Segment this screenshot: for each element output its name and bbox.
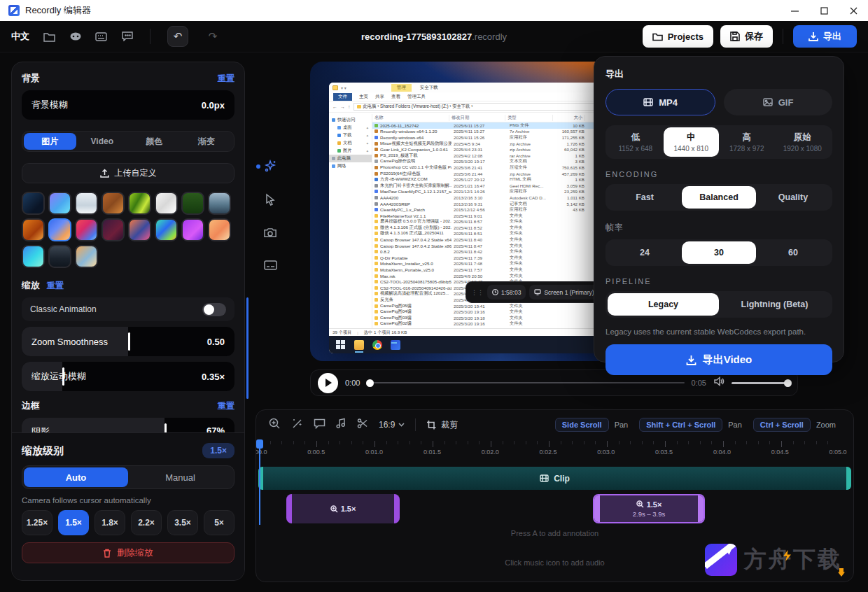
camera-tool-button[interactable] bbox=[263, 225, 277, 239]
explorer-ribbon-tab[interactable]: 主页 bbox=[359, 94, 368, 100]
minimize-button[interactable] bbox=[780, 0, 809, 21]
wallpaper-thumbnail[interactable] bbox=[181, 218, 204, 241]
wallpaper-thumbnail[interactable] bbox=[128, 218, 151, 241]
music-icon[interactable] bbox=[336, 418, 346, 432]
seek-handle[interactable] bbox=[366, 379, 374, 387]
background-type-tab[interactable]: Video bbox=[76, 133, 129, 150]
zoom-preset-button[interactable]: 1.5× bbox=[58, 510, 89, 535]
export-button[interactable]: 导出 bbox=[793, 25, 857, 48]
wallpaper-thumbnail[interactable] bbox=[75, 245, 98, 268]
classic-animation-toggle[interactable] bbox=[202, 303, 226, 316]
crop-button[interactable]: 裁剪 bbox=[426, 419, 458, 431]
framerate-option[interactable]: 30 bbox=[682, 241, 756, 264]
volume-icon[interactable] bbox=[713, 376, 724, 389]
wallpaper-thumbnail[interactable] bbox=[48, 192, 71, 215]
background-type-tab[interactable]: 图片 bbox=[24, 133, 76, 150]
encoding-option[interactable]: Quality bbox=[756, 186, 830, 209]
discord-icon[interactable] bbox=[69, 31, 81, 43]
folder-icon[interactable] bbox=[43, 31, 55, 43]
timeline-playhead[interactable] bbox=[259, 442, 260, 525]
wallpaper-thumbnail[interactable] bbox=[48, 218, 71, 241]
settings-panel-scrollbar[interactable] bbox=[246, 297, 248, 399]
cursor-tool-button[interactable] bbox=[263, 192, 277, 206]
zoom-mode-tab[interactable]: Manual bbox=[128, 467, 232, 487]
wallpaper-thumbnail[interactable] bbox=[155, 192, 178, 215]
undo-button[interactable]: ↶ bbox=[167, 26, 188, 47]
pipeline-option[interactable]: Legacy bbox=[608, 293, 719, 316]
volume-handle[interactable] bbox=[784, 379, 792, 387]
language-button[interactable]: 中文 bbox=[11, 30, 29, 43]
format-mp4-button[interactable]: MP4 bbox=[606, 89, 715, 115]
wallpaper-thumbnail[interactable] bbox=[208, 218, 231, 241]
zoom-preset-button[interactable]: 1.25× bbox=[22, 510, 52, 535]
captions-tool-button[interactable] bbox=[263, 258, 277, 272]
wallpaper-thumbnail[interactable] bbox=[48, 245, 71, 268]
screen-selector[interactable]: Screen 1 (Primary) ▾ bbox=[529, 285, 603, 299]
recordly-icon[interactable] bbox=[391, 340, 400, 350]
background-reset-link[interactable]: 重置 bbox=[218, 73, 234, 85]
wand-icon[interactable] bbox=[291, 418, 303, 432]
explorer-ribbon-tab[interactable]: 共享 bbox=[375, 94, 384, 100]
clip-right-handle[interactable] bbox=[846, 467, 851, 490]
redo-button[interactable]: ↷ bbox=[202, 26, 223, 47]
explorer-sidebar-item[interactable]: 文档 ✦ bbox=[329, 139, 372, 147]
clip-track[interactable]: Clip bbox=[258, 467, 851, 490]
explorer-manage-tab[interactable]: 管理 bbox=[391, 84, 412, 92]
chat-icon[interactable] bbox=[121, 31, 133, 43]
wallpaper-thumbnail[interactable] bbox=[155, 218, 178, 241]
resolution-option[interactable]: 中 1440 x 810 bbox=[664, 127, 720, 157]
back-icon[interactable]: ← bbox=[332, 104, 337, 109]
scissors-icon[interactable] bbox=[357, 418, 368, 432]
wallpaper-thumbnail[interactable] bbox=[75, 218, 98, 241]
zoom-smoothness-slider[interactable]: Zoom Smoothness 0.50 bbox=[22, 327, 234, 356]
seek-bar[interactable] bbox=[367, 382, 684, 383]
column-type[interactable]: 类型 bbox=[505, 115, 553, 121]
column-name[interactable]: 名称 bbox=[372, 115, 449, 121]
zoom-marker-left-handle[interactable] bbox=[286, 494, 292, 523]
zoom-preset-button[interactable]: 1.8× bbox=[94, 510, 125, 535]
timeline-ruler[interactable]: 0:00.00:00.50:01.00:01.50:02.00:02.50:03… bbox=[258, 441, 839, 459]
wallpaper-thumbnail[interactable] bbox=[22, 245, 45, 268]
background-blur-slider[interactable]: 背景模糊 0.0px bbox=[22, 90, 234, 120]
zoom-reset-link[interactable]: 重置 bbox=[47, 280, 64, 292]
wallpaper-thumbnail[interactable] bbox=[22, 192, 45, 215]
explorer-ribbon-tab[interactable]: 查看 bbox=[391, 94, 400, 100]
save-button[interactable]: 保存 bbox=[720, 25, 773, 48]
volume-slider[interactable] bbox=[732, 382, 790, 384]
explorer-sidebar-item[interactable]: 网络 bbox=[329, 162, 372, 170]
wallpaper-thumbnail[interactable] bbox=[102, 192, 125, 215]
wallpaper-thumbnail[interactable] bbox=[181, 192, 204, 215]
zoom-in-icon[interactable] bbox=[269, 418, 281, 432]
zoom-marker[interactable]: 1.5× bbox=[286, 494, 400, 523]
explorer-icon[interactable] bbox=[354, 340, 364, 350]
encoding-option[interactable]: Balanced bbox=[682, 186, 756, 209]
projects-button[interactable]: Projects bbox=[643, 25, 713, 48]
explorer-sidebar-item[interactable]: 桌面 ✦ bbox=[329, 124, 372, 132]
zoom-marker-right-handle[interactable] bbox=[698, 495, 704, 522]
background-type-tab[interactable]: 颜色 bbox=[128, 133, 181, 150]
encoding-option[interactable]: Fast bbox=[608, 186, 682, 209]
zoom-marker-left-handle[interactable] bbox=[594, 495, 600, 522]
wallpaper-thumbnail[interactable] bbox=[75, 192, 98, 215]
framerate-option[interactable]: 60 bbox=[756, 241, 830, 264]
wallpaper-thumbnail[interactable] bbox=[22, 218, 45, 241]
pipeline-option[interactable]: Lightning (Beta) bbox=[719, 293, 830, 316]
drag-handle-icon[interactable]: ⋮⋮ bbox=[471, 289, 484, 296]
forward-icon[interactable]: → bbox=[340, 104, 345, 109]
zoom-motion-blur-slider[interactable]: 缩放运动模糊 0.35× bbox=[22, 362, 234, 391]
explorer-file-tab[interactable]: 文件 bbox=[333, 93, 352, 101]
wallpaper-thumbnail[interactable] bbox=[128, 192, 151, 215]
wallpaper-thumbnail[interactable] bbox=[102, 218, 125, 241]
slider-handle[interactable] bbox=[128, 332, 130, 351]
zoom-marker[interactable]: 1.5× 2.9s – 3.9s bbox=[593, 494, 705, 523]
keyboard-icon[interactable] bbox=[95, 31, 107, 43]
wallpaper-thumbnail[interactable] bbox=[208, 192, 231, 215]
play-button[interactable] bbox=[318, 373, 338, 393]
explorer-sidebar-item[interactable]: 此电脑 bbox=[329, 155, 372, 162]
explorer-ribbon-tab[interactable]: 管理工具 bbox=[407, 94, 426, 100]
upload-custom-button[interactable]: 上传自定义 bbox=[22, 163, 234, 183]
start-icon[interactable] bbox=[336, 340, 346, 350]
export-video-button[interactable]: 导出Video bbox=[606, 344, 832, 375]
resolution-option[interactable]: 原始 1920 x 1080 bbox=[775, 127, 831, 157]
chrome-icon[interactable] bbox=[372, 340, 382, 350]
